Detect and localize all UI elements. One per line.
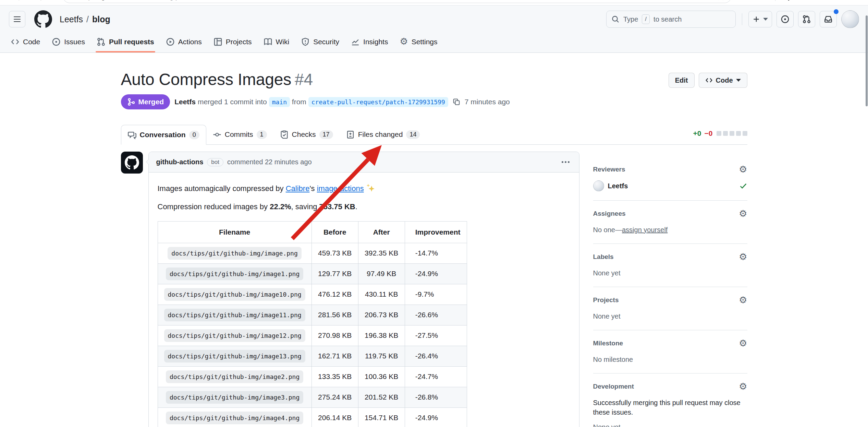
inbox-icon <box>824 15 833 24</box>
pr-number: #4 <box>295 70 313 88</box>
table-row: docs/tips/git/github-img/image4.png206.1… <box>158 407 467 427</box>
table-row: docs/tips/git/github-img/image13.png162.… <box>158 346 467 366</box>
browser-address-bar[interactable]: https://github.com/Leetfs/blog/pull/4 <box>63 0 731 3</box>
calibre-link[interactable]: Calibre <box>286 184 310 193</box>
download-icon[interactable] <box>758 0 766 1</box>
pull-requests-dashboard-button[interactable] <box>798 11 815 27</box>
gear-icon[interactable]: ⚙ <box>739 381 747 392</box>
user-avatar[interactable] <box>841 10 859 28</box>
col-improvement: Improvement <box>405 222 467 243</box>
kebab-menu-icon[interactable] <box>560 159 572 165</box>
issues-dashboard-button[interactable] <box>777 11 794 27</box>
reviewer-name-link[interactable]: Leetfs <box>608 182 628 190</box>
merge-summary: Leetfs merged 1 commit into main from cr… <box>174 98 448 106</box>
labels-empty: None yet <box>593 268 747 278</box>
merged-time: 7 minutes ago <box>465 98 510 106</box>
head-branch-label[interactable]: create-pull-request/patch-1729931599 <box>308 97 448 107</box>
github-logo-icon[interactable] <box>34 10 52 28</box>
assign-yourself-link[interactable]: assign yourself <box>622 226 668 234</box>
comment-author-link[interactable]: github-actions <box>156 158 204 166</box>
reader-mode-icon[interactable] <box>648 0 656 0</box>
url-text: https://github.com/Leetfs/blog/pull/4 <box>81 0 192 1</box>
projects-empty: None yet <box>593 311 747 321</box>
nav-tab-wiki[interactable]: Wiki <box>258 31 295 52</box>
code-dropdown-button[interactable]: Code <box>699 73 747 88</box>
nav-tab-pull-requests[interactable]: Pull requests <box>91 31 160 52</box>
diffstat-square <box>717 131 721 136</box>
tracking-shield-icon[interactable] <box>682 0 690 0</box>
pr-sidebar: Reviewers ⚙ Leetfs Assignees ⚙ <box>593 152 747 427</box>
merged-status-badge: Merged <box>121 94 170 109</box>
diffstat-square <box>723 131 728 136</box>
global-search-input[interactable]: Type / to search <box>606 11 736 28</box>
notification-dot <box>834 9 839 14</box>
nav-tab-code[interactable]: Code <box>5 31 46 52</box>
adblock-shield-icon[interactable] <box>740 0 749 1</box>
translate-icon[interactable] <box>665 0 673 0</box>
comment-paragraph-1: Images automagically compressed by Calib… <box>158 183 570 194</box>
assignees-empty: No one—assign yourself <box>593 225 747 235</box>
commit-icon <box>213 130 221 139</box>
copy-branch-icon[interactable] <box>453 98 460 106</box>
projects-title: Projects <box>593 296 619 304</box>
gear-icon[interactable]: ⚙ <box>739 295 747 306</box>
sidebar-panel-icon[interactable] <box>828 0 836 1</box>
tab-files-changed[interactable]: Files changed 14 <box>340 124 427 144</box>
col-after: After <box>358 222 405 243</box>
picture-in-picture-icon[interactable] <box>699 0 707 0</box>
merge-author-link[interactable]: Leetfs <box>174 98 196 106</box>
chevron-down-icon <box>763 18 768 21</box>
page-scrollbar[interactable] <box>866 15 868 106</box>
search-placeholder-post: to search <box>653 15 682 23</box>
sparkles-icon <box>366 183 375 192</box>
tab-commits[interactable]: Commits 1 <box>206 124 273 144</box>
image-actions-link[interactable]: image-actions <box>317 184 364 193</box>
nav-tab-issues[interactable]: Issues <box>46 31 91 52</box>
diffstat: +0 −0 <box>693 129 747 144</box>
comment-meta: commented 22 minutes ago <box>227 158 312 166</box>
breadcrumb-repo-link[interactable]: blog <box>92 14 110 24</box>
reviewers-title: Reviewers <box>593 166 625 173</box>
review-approved-check-icon <box>739 182 747 190</box>
compression-table: Filename Before After Improvement docs/t… <box>158 221 467 427</box>
create-new-button[interactable] <box>748 11 772 27</box>
extension-cursor-icon[interactable] <box>784 0 793 1</box>
compression-percent: 22.2% <box>270 202 291 211</box>
nav-tab-projects[interactable]: Projects <box>208 31 258 52</box>
checks-count: 17 <box>319 130 333 139</box>
commits-count: 1 <box>257 130 267 139</box>
sidebar-section-milestone: Milestone ⚙ No milestone <box>593 330 747 373</box>
browser-reload-icon[interactable] <box>36 0 45 1</box>
reviewer-avatar[interactable] <box>593 180 604 191</box>
book-icon <box>264 37 272 46</box>
breadcrumb-owner-link[interactable]: Leetfs <box>60 14 83 24</box>
gear-icon[interactable]: ⚙ <box>739 164 747 175</box>
file-diff-icon <box>346 130 355 139</box>
table-icon <box>213 37 222 46</box>
bot-badge: bot <box>207 158 223 166</box>
base-branch-label[interactable]: main <box>269 97 290 107</box>
gear-icon[interactable]: ⚙ <box>739 251 747 262</box>
milestone-empty: No milestone <box>593 355 747 364</box>
nav-tab-insights[interactable]: Insights <box>345 31 394 52</box>
pr-page: Auto Compress Images#4 Edit Code Merged … <box>0 53 868 427</box>
shield-icon <box>301 37 310 46</box>
github-actions-avatar[interactable] <box>121 152 143 174</box>
development-empty: None yet <box>593 423 747 427</box>
files-changed-count: 14 <box>406 130 420 139</box>
reviewer-row: Leetfs <box>593 180 747 191</box>
nav-tab-security[interactable]: Security <box>295 31 345 52</box>
bookmark-star-icon[interactable] <box>717 0 725 1</box>
pr-tab-bar: Conversation 0 Commits 1 Checks 17 Files… <box>121 124 747 145</box>
sidebar-section-labels: Labels ⚙ None yet <box>593 244 747 287</box>
gear-icon[interactable]: ⚙ <box>739 338 747 349</box>
nav-tab-settings[interactable]: ⚙ Settings <box>394 31 443 52</box>
saved-size: 753.75 KB <box>319 202 355 211</box>
gear-icon[interactable]: ⚙ <box>739 208 747 219</box>
hamburger-menu-button[interactable] <box>9 11 25 27</box>
nav-tab-actions[interactable]: Actions <box>160 31 208 52</box>
browser-back-icon[interactable] <box>14 0 23 1</box>
tab-conversation[interactable]: Conversation 0 <box>121 125 206 145</box>
edit-button[interactable]: Edit <box>669 73 695 88</box>
tab-checks[interactable]: Checks 17 <box>273 124 340 144</box>
